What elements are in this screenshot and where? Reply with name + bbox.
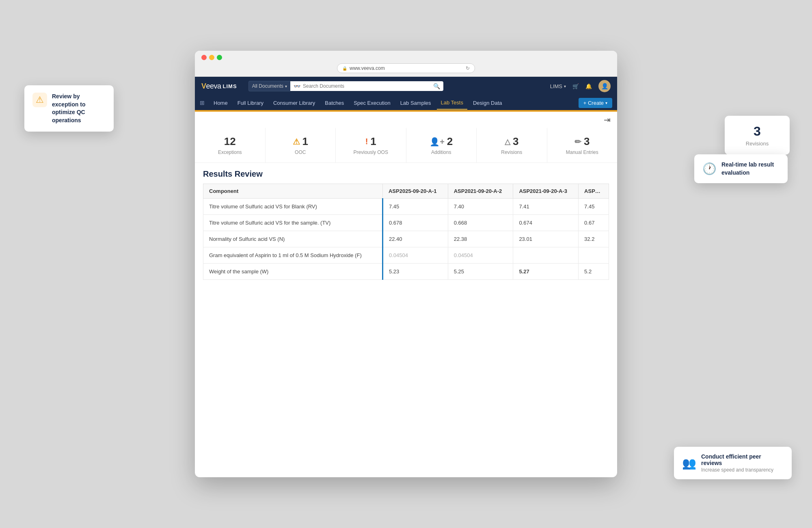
nav-bar: ⊞ Home Full Library Consumer Library Bat… (195, 95, 617, 110)
stat-manual[interactable]: ✏ 3 Manual Entries (547, 128, 618, 162)
bell-icon: 🔔 (585, 83, 592, 89)
row5-col2: 5.25 (448, 264, 513, 280)
row1-col3: 7.41 (513, 199, 579, 215)
revisions-card-label: Revisions (746, 141, 769, 147)
search-input[interactable] (303, 83, 431, 89)
avatar[interactable]: 👤 (598, 80, 611, 92)
card-exception: ⚠ Review by exception to optimize QC ope… (24, 85, 114, 132)
stat-additions[interactable]: 👤+ 2 Additions (406, 128, 477, 162)
additions-number: 👤+ 2 (430, 135, 453, 148)
chevron-down-icon: ▾ (564, 84, 566, 89)
exceptions-number: 12 (224, 135, 236, 148)
maximize-dot[interactable] (217, 55, 222, 60)
exception-icon: ⚠ (32, 93, 47, 107)
triangle-icon: △ (505, 137, 510, 146)
lims-button[interactable]: LIMS ▾ (550, 83, 566, 89)
nav-batches[interactable]: Batches (321, 97, 348, 109)
search-input-wrapper: 👓 🔍 (290, 81, 443, 91)
row4-col2: 0.04504 (448, 247, 513, 264)
table-row: Normality of Sulfuric acid VS (N) 22.40 … (203, 231, 609, 247)
results-table: Component ASP2025-09-20-A-1 ASP2021-09-2… (203, 184, 609, 280)
address-bar[interactable]: 🔒 www.veeva.com ↻ (337, 63, 475, 73)
lock-icon: 🔒 (342, 66, 347, 71)
table-row: Titre volume of Sulfuric acid VS for the… (203, 215, 609, 231)
nav-spec-execution[interactable]: Spec Execution (350, 97, 394, 109)
row1-col1: 7.45 (382, 199, 448, 215)
peer-text-wrapper: Conduct efficient peer reviews Increase … (701, 453, 784, 473)
search-dropdown-label: All Documents (252, 83, 283, 89)
cart-button[interactable]: 🛒 (572, 83, 579, 89)
stat-ooc[interactable]: ⚠ 1 OOC (266, 128, 336, 162)
create-label: + Create (583, 100, 604, 106)
revisions-number: △ 3 (505, 135, 518, 148)
person-plus-icon: 👤+ (430, 137, 445, 147)
exceptions-label: Exceptions (218, 149, 242, 155)
create-button[interactable]: + Create ▾ (579, 98, 612, 108)
ooc-number: ⚠ 1 (293, 135, 308, 148)
nav-home[interactable]: Home (209, 97, 232, 109)
logo-veeva: Veeva (201, 82, 221, 91)
row5-col1: 5.23 (382, 264, 448, 280)
oos-label: Previously OOS (354, 149, 388, 155)
lims-label: LIMS (550, 83, 562, 89)
browser-chrome: 🔒 www.veeva.com ↻ (195, 51, 617, 77)
row4-component: Gram equivalent of Aspirin to 1 ml of 0.… (203, 247, 383, 264)
revisions-card: 3 Revisions (725, 116, 790, 155)
col-header-3: ASP2021-09-20-A-3 (513, 184, 579, 199)
col-header-2: ASP2021-09-20-A-2 (448, 184, 513, 199)
page-wrapper: 🔒 www.veeva.com ↻ Veeva LIMS All Documen… (0, 0, 812, 528)
results-title: Results Review (203, 169, 609, 179)
avatar-image: 👤 (601, 83, 608, 89)
app-header: Veeva LIMS All Documents ▾ 👓 🔍 LIMS (195, 77, 617, 95)
search-dropdown[interactable]: All Documents ▾ (248, 81, 290, 91)
stat-revisions[interactable]: △ 3 Revisions (477, 128, 547, 162)
oos-number: ! 1 (365, 135, 376, 148)
nav-consumer-library[interactable]: Consumer Library (269, 97, 319, 109)
logo: Veeva LIMS (201, 82, 237, 91)
header-right: LIMS ▾ 🛒 🔔 👤 (550, 80, 611, 92)
row4-col4 (579, 247, 609, 264)
warning-triangle-icon: ⚠ (36, 95, 44, 105)
row5-col4: 5.2 (579, 264, 609, 280)
exception-text: Review by exception to optimize QC opera… (52, 93, 106, 124)
row2-component: Titre volume of Sulfuric acid VS for the… (203, 215, 383, 231)
nav-design-data[interactable]: Design Data (469, 97, 506, 109)
close-dot[interactable] (201, 55, 207, 60)
exit-icon[interactable]: ⇥ (604, 115, 611, 125)
row2-col3: 0.674 (513, 215, 579, 231)
nav-lab-tests[interactable]: Lab Tests (437, 96, 467, 110)
card-realtime: 🕐 Real-time lab result evaluation (694, 154, 788, 183)
nav-full-library[interactable]: Full Library (233, 97, 268, 109)
manual-label: Manual Entries (566, 149, 598, 155)
minimize-dot[interactable] (209, 55, 214, 60)
edit-icon: ✏ (574, 137, 581, 147)
results-section: Results Review Component ASP2025-09-20-A… (195, 163, 617, 280)
row2-col4: 0.67 (579, 215, 609, 231)
url-text: www.veeva.com (350, 65, 385, 71)
table-row: Gram equivalent of Aspirin to 1 ml of 0.… (203, 247, 609, 264)
search-area: All Documents ▾ 👓 🔍 (248, 81, 443, 91)
clock-icon: 🕐 (702, 162, 717, 175)
bell-button[interactable]: 🔔 (585, 83, 592, 89)
manual-number: ✏ 3 (574, 135, 590, 148)
row4-col3 (513, 247, 579, 264)
row1-col2: 7.40 (448, 199, 513, 215)
revisions-card-number: 3 (754, 124, 761, 139)
peer-subtitle: Increase speed and transparency (701, 467, 784, 473)
stat-oos[interactable]: ! 1 Previously OOS (336, 128, 406, 162)
grid-icon[interactable]: ⊞ (200, 100, 205, 106)
additions-label: Additions (431, 149, 451, 155)
row1-col4: 7.45 (579, 199, 609, 215)
card-peer: 👥 Conduct efficient peer reviews Increas… (674, 447, 792, 479)
stat-exceptions[interactable]: 12 Exceptions (195, 128, 266, 162)
nav-lab-samples[interactable]: Lab Samples (396, 97, 435, 109)
people-icon: 👥 (682, 457, 696, 470)
row3-col3: 23.01 (513, 231, 579, 247)
row3-col4: 32.2 (579, 231, 609, 247)
reload-icon[interactable]: ↻ (466, 65, 470, 71)
search-icon[interactable]: 🔍 (433, 83, 440, 89)
col-header-4: ASP… (579, 184, 609, 199)
col-header-1: ASP2025-09-20-A-1 (382, 184, 448, 199)
row2-col2: 0.668 (448, 215, 513, 231)
row3-col1: 22.40 (382, 231, 448, 247)
